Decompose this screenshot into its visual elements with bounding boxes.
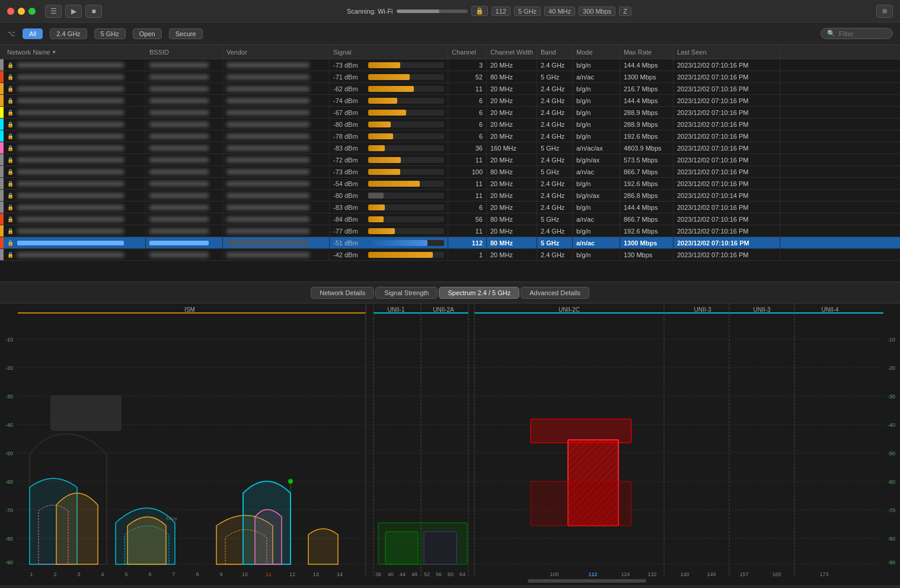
table-row[interactable]: 🔒 -71 dBm 52 80 MHz 5 GHz a/n/ac 1300 Mb… (0, 71, 900, 83)
svg-text:100: 100 (550, 571, 558, 577)
cell-bssid (146, 83, 223, 94)
table-row[interactable]: 🔒 -83 dBm 6 20 MHz 2.4 GHz b/g/n 144.4 M… (0, 202, 900, 213)
vendor-blurred (226, 170, 309, 174)
width-badge: 40 MHz (544, 7, 575, 16)
filter-secure[interactable]: Secure (169, 28, 203, 39)
vendor-blurred (226, 181, 309, 186)
network-name-blurred (17, 229, 124, 234)
table-row[interactable]: 🔒 -42 dBm 1 20 MHz 2.4 GHz b/g/n 130 Mbp… (0, 249, 900, 261)
svg-text:-10: -10 (5, 337, 13, 343)
sidebar-toggle[interactable]: ☰ (45, 5, 62, 18)
cell-vendor (223, 83, 330, 94)
filter-5ghz[interactable]: 5 GHz (94, 28, 126, 39)
cell-channel: 11 (448, 83, 487, 94)
table-row[interactable]: 🔒 -78 dBm 6 20 MHz 2.4 GHz b/g/n 192.6 M… (0, 130, 900, 142)
svg-text:-80: -80 (5, 536, 13, 542)
cell-vendor (223, 71, 330, 82)
header-vendor[interactable]: Vendor (223, 45, 330, 59)
svg-text:-10: -10 (888, 337, 895, 343)
svg-text:14: 14 (337, 571, 343, 577)
header-band[interactable]: Band (537, 45, 573, 59)
cell-chwidth: 20 MHz (487, 178, 537, 189)
signal-dbm: -42 dBm (333, 251, 366, 258)
cell-name: 🔒 (4, 249, 146, 260)
filter-2.4ghz[interactable]: 2.4 GHz (50, 28, 87, 39)
cell-band: 2.4 GHz (537, 154, 573, 165)
cell-band: 5 GHz (537, 71, 573, 82)
search-input[interactable] (839, 30, 886, 37)
table-row[interactable]: 🔒 -83 dBm 36 160 MHz 5 GHz a/n/ac/ax 480… (0, 142, 900, 154)
table-row[interactable]: 🔒 -67 dBm 6 20 MHz 2.4 GHz b/g/n 288.9 M… (0, 107, 900, 119)
table-row[interactable]: 🔒 -84 dBm 56 80 MHz 5 GHz a/n/ac 866.7 M… (0, 213, 900, 225)
vendor-blurred (226, 229, 309, 234)
close-button[interactable] (7, 8, 14, 15)
svg-rect-50 (385, 532, 418, 564)
table-row[interactable]: 🔒 -73 dBm 3 20 MHz 2.4 GHz b/g/n 144.4 M… (0, 59, 900, 71)
cell-band: 5 GHz (537, 237, 573, 248)
vendor-blurred (226, 146, 309, 151)
network-table[interactable]: Network Name ▼ BSSID Vendor Signal Chann… (0, 45, 900, 282)
svg-text:64: 64 (459, 571, 465, 577)
table-row[interactable]: 🔒 -77 dBm 11 20 MHz 2.4 GHz b/g/n 192.6 … (0, 225, 900, 237)
vendor-blurred (226, 110, 309, 115)
cell-band: 2.4 GHz (537, 107, 573, 118)
cell-name: 🔒 (4, 178, 146, 189)
bssid-blurred (149, 205, 209, 210)
signal-bar (368, 181, 420, 187)
header-mode[interactable]: Mode (573, 45, 620, 59)
tab-network-details[interactable]: Network Details (311, 287, 374, 299)
table-row[interactable]: 🔒 -74 dBm 6 20 MHz 2.4 GHz b/g/n 144.4 M… (0, 95, 900, 107)
tab-signal-strength[interactable]: Signal Strength (375, 287, 438, 299)
cell-name: 🔒 (4, 202, 146, 213)
status-bar: Networks Found: 18, Displayed: 18 (100%)… (0, 586, 900, 588)
signal-bar-wrap (368, 98, 444, 104)
cell-mode: a/n/ac (573, 166, 620, 177)
cell-bssid (146, 213, 223, 225)
filter-open[interactable]: Open (133, 28, 162, 39)
table-row[interactable]: 🔒 -54 dBm 11 20 MHz 2.4 GHz b/g/n 192.6 … (0, 178, 900, 190)
table-row[interactable]: 🔒 -72 dBm 11 20 MHz 2.4 GHz b/g/n/ax 573… (0, 154, 900, 166)
cell-vendor (223, 225, 330, 237)
cell-vendor (223, 190, 330, 201)
vendor-blurred (226, 87, 309, 91)
channel-badge: 112 (492, 7, 510, 16)
signal-bar-wrap (368, 181, 444, 187)
cell-maxrate: 144.4 Mbps (620, 59, 674, 71)
cell-chwidth: 20 MHz (487, 95, 537, 106)
signal-dbm: -78 dBm (333, 133, 366, 140)
header-channel[interactable]: Channel (448, 45, 487, 59)
header-chwidth[interactable]: Channel Width (487, 45, 537, 59)
table-row[interactable]: 🔒 -80 dBm 11 20 MHz 2.4 GHz b/g/n/ax 286… (0, 190, 900, 202)
cell-chwidth: 20 MHz (487, 225, 537, 237)
maximize-button[interactable] (28, 8, 36, 15)
cell-chwidth: 80 MHz (487, 237, 537, 248)
play-button[interactable]: ▶ (65, 5, 82, 18)
minimize-button[interactable] (18, 8, 25, 15)
scanning-label: Scanning: Wi-Fi (347, 8, 393, 15)
cell-mode: b/g/n (573, 119, 620, 130)
filter-all[interactable]: All (23, 28, 43, 39)
cell-mode: a/n/ac (573, 237, 620, 248)
search-box[interactable]: 🔍 (821, 28, 893, 39)
header-signal[interactable]: Signal (330, 45, 448, 59)
tab-advanced[interactable]: Advanced Details (521, 287, 589, 299)
cell-name: 🔒 (4, 154, 146, 165)
table-row[interactable]: 🔒 -73 dBm 100 80 MHz 5 GHz a/n/ac 866.7 … (0, 166, 900, 178)
stop-button[interactable]: ■ (85, 5, 102, 18)
network-name-blurred (17, 75, 124, 79)
table-row[interactable]: 🔒 -80 dBm 6 20 MHz 2.4 GHz b/g/n 288.9 M… (0, 119, 900, 130)
signal-bar (368, 216, 384, 222)
window-controls[interactable]: ⊞ (876, 5, 893, 18)
header-maxrate[interactable]: Max Rate (620, 45, 674, 59)
svg-text:48: 48 (411, 571, 417, 577)
cell-lastseen: 2023/12/02 07:10:16 PM (674, 249, 780, 260)
vendor-blurred (226, 134, 309, 139)
table-row[interactable]: 🔒 -62 dBm 11 20 MHz 2.4 GHz b/g/n 216.7 … (0, 83, 900, 95)
table-row[interactable]: 🔒 -51 dBm 112 80 MHz 5 GHz a/n/ac 1300 M… (0, 237, 900, 249)
header-bssid[interactable]: BSSID (146, 45, 223, 59)
header-lastseen[interactable]: Last Seen (674, 45, 780, 59)
tab-spectrum[interactable]: Spectrum 2.4 / 5 GHz (439, 287, 519, 299)
svg-text:7: 7 (172, 571, 175, 577)
cell-channel: 6 (448, 130, 487, 142)
header-name[interactable]: Network Name ▼ (4, 45, 146, 59)
